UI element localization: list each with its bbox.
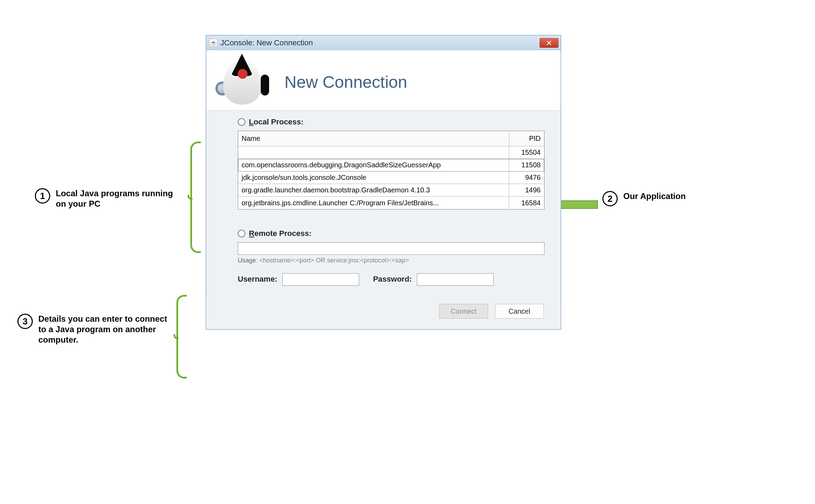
username-input[interactable] xyxy=(282,273,359,286)
dialog-footer: Connect Cancel xyxy=(206,296,561,329)
process-pid: 1496 xyxy=(509,184,544,196)
process-name: jdk.jconsole/sun.tools.jconsole.JConsole xyxy=(238,171,509,184)
process-table-header: Name PID xyxy=(238,131,544,146)
annotation-badge-2: 2 xyxy=(602,191,618,206)
annotation-badge-1: 1 xyxy=(35,188,50,204)
process-row[interactable]: jdk.jconsole/sun.tools.jconsole.JConsole… xyxy=(238,171,544,184)
usage-text: : <hostname>:<port> OR service:jmx:<prot… xyxy=(256,257,409,264)
annotation-text-3: Details you can enter to connect to a Ja… xyxy=(38,314,171,345)
process-pid: 9476 xyxy=(509,171,544,184)
jconsole-dialog: ☕ JConsole: New Connection New Connectio… xyxy=(206,35,561,330)
process-row[interactable]: org.jetbrains.jps.cmdline.Launcher C:/Pr… xyxy=(238,197,544,209)
process-row[interactable]: org.gradle.launcher.daemon.bootstrap.Gra… xyxy=(238,184,544,197)
dialog-banner: New Connection xyxy=(206,50,561,110)
duke-mascot-icon xyxy=(215,56,271,108)
col-name[interactable]: Name xyxy=(238,131,509,146)
brace-1 xyxy=(190,142,201,253)
process-row[interactable]: 15504 xyxy=(238,146,544,159)
username-label: Username: xyxy=(238,275,277,283)
local-process-radio[interactable] xyxy=(238,118,245,126)
annotation-text-2: Our Application xyxy=(623,191,686,201)
password-label: Password: xyxy=(373,275,412,283)
remote-process-section: Remote Process: Usage: <hostname>:<port>… xyxy=(238,229,544,286)
process-name: org.gradle.launcher.daemon.bootstrap.Gra… xyxy=(238,184,509,196)
annotation-1: 1 Local Java programs running on your PC xyxy=(35,188,174,209)
annotation-2: 2 Our Application xyxy=(602,191,686,206)
java-icon: ☕ xyxy=(209,39,218,47)
dialog-heading: New Connection xyxy=(284,72,407,92)
remote-process-radio[interactable] xyxy=(238,230,245,237)
close-icon xyxy=(546,40,552,46)
window-title: JConsole: New Connection xyxy=(220,38,540,47)
cancel-button[interactable]: Cancel xyxy=(495,304,544,319)
annotation-3: 3 Details you can enter to connect to a … xyxy=(17,314,171,345)
connect-button[interactable]: Connect xyxy=(439,304,488,319)
process-pid: 11508 xyxy=(509,159,544,171)
process-name: org.jetbrains.jps.cmdline.Launcher C:/Pr… xyxy=(238,197,509,209)
process-pid: 15504 xyxy=(509,146,544,159)
remote-process-label: Remote Process: xyxy=(249,229,312,238)
brace-3 xyxy=(176,295,187,379)
usage-label: Usage xyxy=(238,257,256,264)
process-name: com.openclassrooms.debugging.DragonSaddl… xyxy=(238,159,509,171)
local-process-section: Local Process: Name PID 15504com.opencla… xyxy=(238,117,544,209)
annotation-badge-3: 3 xyxy=(17,314,33,329)
process-table: Name PID 15504com.openclassrooms.debuggi… xyxy=(238,131,544,209)
password-input[interactable] xyxy=(417,273,494,286)
titlebar: ☕ JConsole: New Connection xyxy=(206,36,561,50)
process-pid: 16584 xyxy=(509,197,544,209)
remote-address-input[interactable] xyxy=(238,242,544,255)
local-process-label: Local Process: xyxy=(249,117,304,127)
col-pid[interactable]: PID xyxy=(509,131,544,146)
annotation-text-1: Local Java programs running on your PC xyxy=(56,188,174,209)
process-row[interactable]: com.openclassrooms.debugging.DragonSaddl… xyxy=(238,159,544,171)
process-name xyxy=(238,146,509,159)
close-button[interactable] xyxy=(540,38,558,48)
usage-hint: Usage: <hostname>:<port> OR service:jmx:… xyxy=(238,257,544,264)
